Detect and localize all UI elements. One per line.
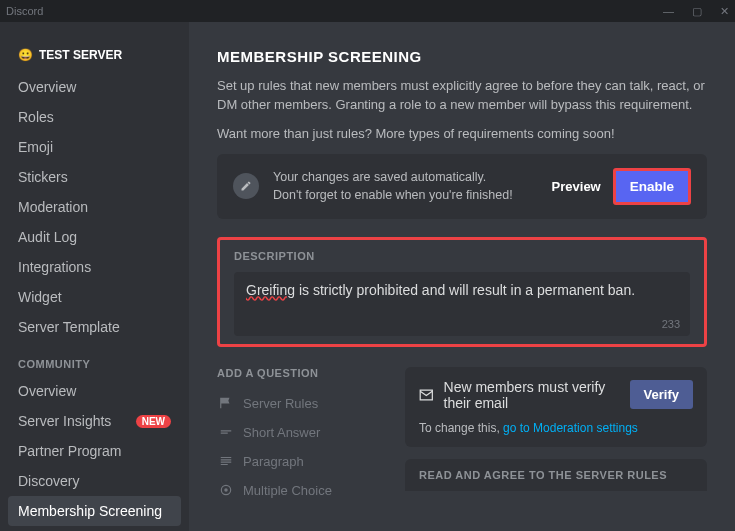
notice-bar: Your changes are saved automatically. Do…	[217, 154, 707, 219]
question-type-short-answer[interactable]: Short Answer	[217, 418, 387, 447]
smile-icon: 😀	[18, 48, 33, 62]
new-badge: NEW	[136, 415, 171, 428]
add-question-panel: ADD A QUESTION Server Rules Short Answer…	[217, 367, 387, 505]
sidebar-item-audit-log[interactable]: Audit Log	[8, 222, 181, 252]
pencil-icon	[233, 173, 259, 199]
sidebar: 😀 TEST SERVER Overview Roles Emoji Stick…	[0, 22, 189, 531]
question-type-server-rules[interactable]: Server Rules	[217, 389, 387, 418]
sidebar-section-community: COMMUNITY	[8, 342, 181, 376]
app-name: Discord	[6, 5, 43, 17]
page-description-1: Set up rules that new members must expli…	[217, 77, 707, 115]
sidebar-item-membership-screening[interactable]: Membership Screening	[8, 496, 181, 526]
titlebar: Discord — ▢ ✕	[0, 0, 735, 22]
verify-email-box: New members must verify their email Veri…	[405, 367, 707, 447]
char-count: 233	[662, 318, 680, 330]
maximize-icon[interactable]: ▢	[692, 5, 702, 18]
notice-message: Your changes are saved automatically. Do…	[273, 168, 538, 204]
sidebar-item-welcome-screen[interactable]: Welcome Screen	[8, 526, 181, 531]
server-rules-label: READ AND AGREE TO THE SERVER RULES	[405, 459, 707, 491]
question-type-multiple-choice[interactable]: Multiple Choice	[217, 476, 387, 505]
verify-message: New members must verify their email	[444, 379, 630, 411]
sidebar-item-emoji[interactable]: Emoji	[8, 132, 181, 162]
minimize-icon[interactable]: —	[663, 5, 674, 18]
question-type-paragraph[interactable]: Paragraph	[217, 447, 387, 476]
paragraph-icon	[219, 454, 233, 468]
mail-icon	[419, 386, 434, 404]
description-text-misspelled: Greifing	[246, 282, 295, 298]
server-name: 😀 TEST SERVER	[8, 44, 181, 72]
sidebar-item-server-insights[interactable]: Server Insights NEW	[8, 406, 181, 436]
verify-button[interactable]: Verify	[630, 380, 693, 409]
short-text-icon	[219, 425, 233, 439]
enable-button[interactable]: Enable	[613, 168, 691, 205]
description-label: DESCRIPTION	[234, 250, 690, 262]
add-question-label: ADD A QUESTION	[217, 367, 387, 379]
close-icon[interactable]: ✕	[720, 5, 729, 18]
flag-icon	[219, 396, 233, 410]
sidebar-item-widget[interactable]: Widget	[8, 282, 181, 312]
radio-icon	[219, 483, 233, 497]
sidebar-item-moderation[interactable]: Moderation	[8, 192, 181, 222]
sidebar-item-overview[interactable]: Overview	[8, 72, 181, 102]
page-description-2: Want more than just rules? More types of…	[217, 125, 707, 144]
sidebar-item-roles[interactable]: Roles	[8, 102, 181, 132]
svg-point-1	[224, 488, 228, 492]
window-controls: — ▢ ✕	[663, 5, 729, 18]
moderation-settings-link[interactable]: go to Moderation settings	[503, 421, 638, 435]
sidebar-item-discovery[interactable]: Discovery	[8, 466, 181, 496]
verify-hint: To change this, go to Moderation setting…	[419, 421, 693, 435]
sidebar-item-integrations[interactable]: Integrations	[8, 252, 181, 282]
description-input[interactable]: Greifing is strictly prohibited and will…	[234, 272, 690, 336]
sidebar-item-server-template[interactable]: Server Template	[8, 312, 181, 342]
sidebar-item-community-overview[interactable]: Overview	[8, 376, 181, 406]
description-text-rest: is strictly prohibited and will result i…	[295, 282, 635, 298]
main-content: MEMBERSHIP SCREENING Set up rules that n…	[189, 22, 735, 531]
sidebar-item-partner-program[interactable]: Partner Program	[8, 436, 181, 466]
page-title: MEMBERSHIP SCREENING	[217, 48, 707, 65]
description-section: DESCRIPTION Greifing is strictly prohibi…	[217, 237, 707, 347]
sidebar-item-stickers[interactable]: Stickers	[8, 162, 181, 192]
preview-button[interactable]: Preview	[552, 179, 601, 194]
